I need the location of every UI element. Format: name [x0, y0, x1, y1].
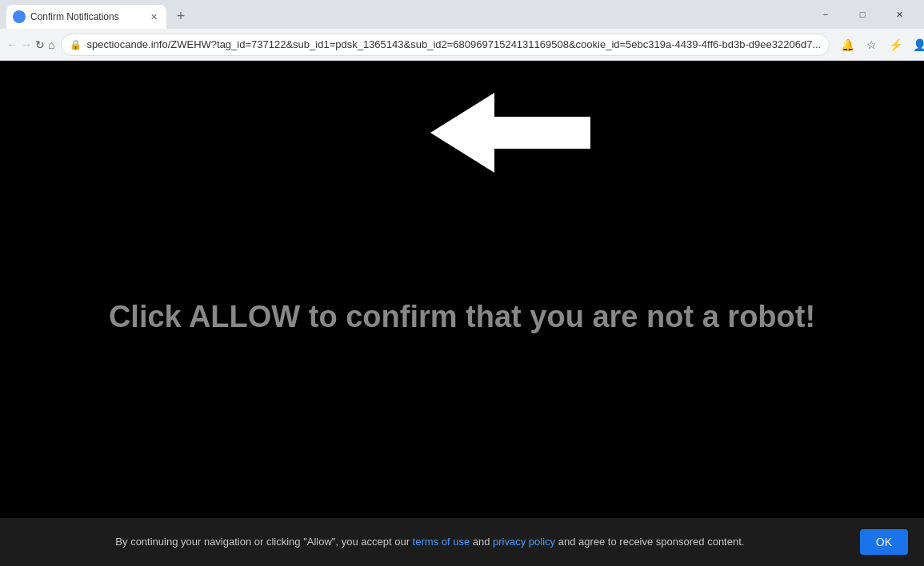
notifications-button[interactable]: 🔔 — [836, 34, 858, 56]
bottom-text: By continuing your navigation or clickin… — [16, 534, 844, 550]
text-and: and — [470, 536, 493, 548]
main-text: Click ALLOW to confirm that you are not … — [109, 300, 815, 334]
home-button[interactable]: ⌂ — [48, 34, 54, 56]
privacy-link[interactable]: privacy policy — [493, 536, 555, 548]
close-button[interactable]: ✕ — [881, 0, 918, 29]
direction-arrow — [430, 85, 590, 181]
toolbar: ← → ↻ ⌂ 🔒 spectiocande.info/ZWEHW?tag_id… — [0, 29, 924, 61]
lock-icon: 🔒 — [70, 39, 82, 50]
toolbar-right: 🔔 ☆ ⚡ 👤 ⋮ — [836, 34, 924, 56]
svg-marker-0 — [430, 93, 590, 173]
extensions-button[interactable]: ⚡ — [884, 34, 906, 56]
back-button[interactable]: ← — [6, 34, 18, 56]
title-bar: Confirm Notifications ✕ + − □ ✕ — [0, 0, 924, 29]
reload-button[interactable]: ↻ — [35, 34, 45, 56]
minimize-button[interactable]: − — [807, 0, 844, 29]
chrome-window: Confirm Notifications ✕ + − □ ✕ ← → ↻ ⌂ … — [0, 0, 924, 566]
window-controls: − □ ✕ — [807, 0, 918, 29]
text-after: and agree to receive sponsored content. — [555, 536, 744, 548]
profile-button[interactable]: 👤 — [908, 34, 924, 56]
tab-favicon — [13, 10, 26, 23]
address-bar[interactable]: 🔒 spectiocande.info/ZWEHW?tag_id=737122&… — [61, 34, 830, 56]
webpage-content: Click ALLOW to confirm that you are not … — [0, 61, 924, 566]
forward-button[interactable]: → — [21, 34, 32, 56]
address-text: spectiocande.info/ZWEHW?tag_id=737122&su… — [86, 38, 821, 50]
ok-button[interactable]: OK — [860, 529, 908, 555]
terms-link[interactable]: terms of use — [413, 536, 470, 548]
text-before: By continuing your navigation or clickin… — [115, 536, 412, 548]
bookmark-button[interactable]: ☆ — [860, 34, 882, 56]
bottom-notification-bar: By continuing your navigation or clickin… — [0, 518, 924, 566]
tab-strip: Confirm Notifications ✕ + — [6, 0, 807, 29]
tab-title: Confirm Notifications — [30, 11, 142, 22]
tab-close-button[interactable]: ✕ — [147, 10, 160, 23]
active-tab[interactable]: Confirm Notifications ✕ — [6, 5, 166, 29]
new-tab-button[interactable]: + — [170, 5, 192, 27]
restore-button[interactable]: □ — [844, 0, 881, 29]
arrow-container — [430, 85, 590, 184]
